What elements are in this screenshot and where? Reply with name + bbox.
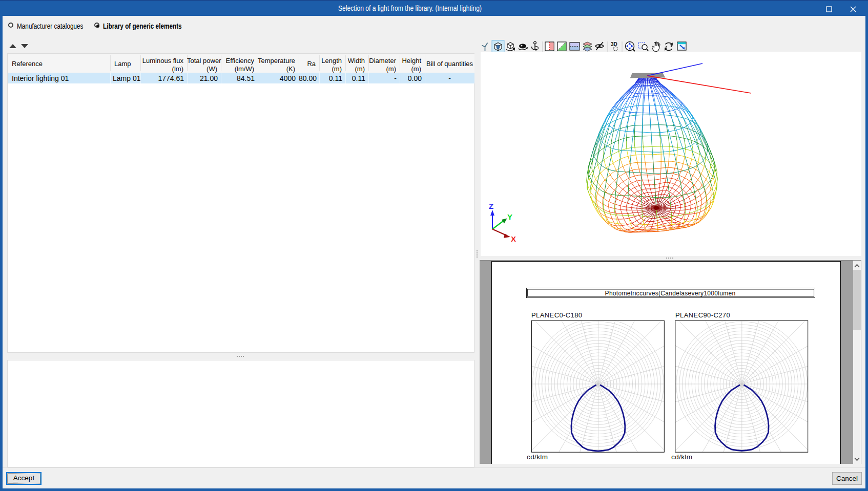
svg-text:X: X	[511, 234, 516, 243]
svg-text:Photometriccurves(Candelasever: Photometriccurves(Candelasevery1000lumen	[605, 290, 736, 297]
svg-text:Z: Z	[489, 202, 493, 210]
svg-text:PLANEC90-C270: PLANEC90-C270	[675, 311, 730, 319]
svg-text:cd/klm: cd/klm	[527, 453, 548, 461]
svg-text:cd/klm: cd/klm	[671, 453, 692, 461]
svg-text:PLANEC0-C180: PLANEC0-C180	[531, 311, 582, 319]
svg-text:3D: 3D	[611, 41, 617, 47]
svg-text:Y: Y	[507, 212, 512, 221]
